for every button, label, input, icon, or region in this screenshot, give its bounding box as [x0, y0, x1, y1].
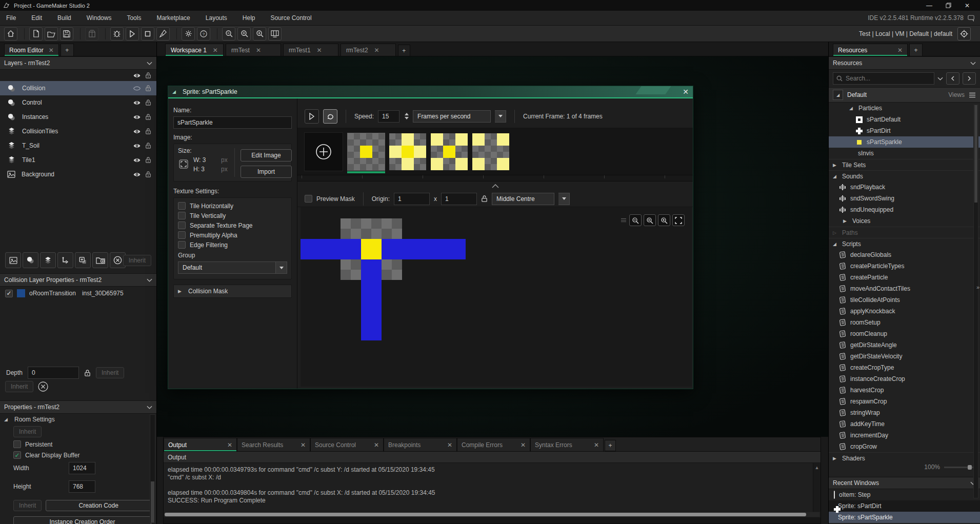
search-next-button[interactable]: [963, 72, 976, 85]
speed-unit-dropdown[interactable]: Frames per second: [413, 110, 491, 123]
target-icon[interactable]: [957, 27, 971, 41]
workspace-tab-rmtest[interactable]: rmTest✕: [226, 44, 281, 56]
triangle-expanded-icon[interactable]: ◢: [849, 106, 855, 111]
lock-icon[interactable]: [145, 99, 151, 106]
open-project-button[interactable]: [45, 27, 58, 41]
resource-getdirstatevelocity[interactable]: getDirStateVelocity: [829, 351, 980, 362]
menu-file[interactable]: File: [5, 13, 17, 23]
restore-button[interactable]: [946, 3, 951, 8]
workspace-tab-rmtest1[interactable]: rmTest1✕: [283, 44, 338, 56]
separate-texture-page-checkbox[interactable]: [178, 221, 186, 229]
resource-sndunequipped[interactable]: sndUnequipped: [829, 204, 980, 215]
frame-timeline-ruler[interactable]: [297, 175, 693, 182]
resource-spartsparkle[interactable]: sPartSparkle: [829, 136, 980, 148]
speed-stepper[interactable]: [405, 113, 409, 119]
collapse-all-icon[interactable]: ◢: [833, 90, 843, 100]
animation-frame-4[interactable]: [472, 133, 509, 170]
resource-scripts[interactable]: ◢Scripts: [829, 238, 980, 249]
add-tab-button[interactable]: +: [909, 44, 923, 56]
menu-windows[interactable]: Windows: [86, 13, 113, 23]
creation-code-button[interactable]: Creation Code: [46, 500, 151, 511]
origin-x-input[interactable]: [394, 193, 430, 205]
eye-icon[interactable]: [133, 157, 141, 163]
tab-close-icon[interactable]: ✕: [374, 441, 379, 449]
sprite-canvas[interactable]: [301, 207, 692, 387]
panel-overflow-chevron-icon[interactable]: »: [976, 284, 979, 290]
clean-button[interactable]: [156, 27, 170, 41]
resource-getdirstateangle[interactable]: getDirStateAngle: [829, 339, 980, 351]
path-layer-button[interactable]: [57, 252, 73, 268]
resource-sounds[interactable]: ◢Sounds: [829, 170, 980, 182]
import-button[interactable]: Import: [241, 166, 292, 178]
collision-instance-row[interactable]: ✓ oRoomTransition inst_30D65975: [0, 287, 156, 299]
output-tab-breakpoints[interactable]: Breakpoints✕: [384, 438, 457, 451]
triangle-collapsed-icon[interactable]: ▶: [843, 218, 849, 224]
package-button[interactable]: [85, 27, 98, 41]
clear-display-buffer-checkbox[interactable]: ✓: [13, 451, 21, 459]
collision-mask-section[interactable]: ▶ Collision Mask: [173, 285, 292, 298]
layer-row-instances[interactable]: Instances: [0, 110, 156, 124]
workspace-tab-workspace-1[interactable]: Workspace 1✕: [165, 44, 224, 56]
recent-window-oitem-step[interactable]: oItem: Step: [829, 489, 980, 500]
eye-icon[interactable]: [133, 114, 141, 120]
hamburger-menu-icon[interactable]: [969, 92, 976, 98]
tab-close-icon[interactable]: ✕: [374, 47, 379, 54]
lock-icon[interactable]: [145, 113, 151, 120]
collision-layer-properties-header[interactable]: Collision Layer Properties - rmTest2: [0, 273, 156, 287]
resource-respawncrop[interactable]: respawnCrop: [829, 396, 980, 407]
dropdown-arrow-icon[interactable]: [276, 261, 287, 274]
layer-row-control[interactable]: Control: [0, 95, 156, 110]
resource-spartdefault[interactable]: sPartDefault: [829, 114, 980, 125]
tile-vertically-checkbox[interactable]: [178, 212, 186, 219]
fit-view-icon[interactable]: [672, 214, 685, 226]
menu-source-control[interactable]: Source Control: [270, 13, 313, 23]
add-output-tab-button[interactable]: +: [605, 440, 616, 451]
zoom-slider[interactable]: [944, 467, 974, 468]
resource-sndplayback[interactable]: sndPlayback: [829, 182, 980, 193]
layers-header[interactable]: Layers - rmTest2: [0, 56, 156, 70]
lock-icon[interactable]: [145, 85, 151, 92]
animation-frame-3[interactable]: [431, 133, 468, 170]
preview-mask-checkbox[interactable]: [305, 195, 312, 203]
resource-particles[interactable]: ◢Particles: [829, 103, 980, 114]
room-settings-inherit-button[interactable]: Inherit: [13, 426, 42, 437]
resource-addkeytime[interactable]: addKeyTime: [829, 418, 980, 430]
clear-inherit-icon[interactable]: [37, 381, 49, 392]
save-project-button[interactable]: [60, 27, 73, 41]
eye-icon[interactable]: [133, 143, 141, 149]
close-button[interactable]: ✕: [965, 2, 970, 9]
lock-icon[interactable]: [145, 156, 151, 164]
tab-close-icon[interactable]: ✕: [49, 47, 54, 54]
depth-inherit-button[interactable]: Inherit: [96, 367, 124, 378]
resources-header[interactable]: Resources: [829, 56, 980, 70]
instance-creation-order-button[interactable]: Instance Creation Order: [13, 516, 151, 524]
collapse-triangle-icon[interactable]: ◢: [172, 89, 178, 94]
recent-window-sprite-spartdirt[interactable]: Sprite: sPartDirt: [829, 500, 980, 512]
lock-icon[interactable]: [145, 142, 151, 149]
tab-close-icon[interactable]: ✕: [594, 441, 599, 449]
inherit-button[interactable]: Inherit: [5, 381, 33, 392]
edge-filtering-checkbox[interactable]: [178, 241, 186, 249]
lock-icon[interactable]: [145, 171, 151, 178]
home-button[interactable]: [4, 27, 17, 41]
lock-open-icon[interactable]: [481, 195, 488, 203]
room-height-input[interactable]: [69, 480, 95, 493]
room-settings-group[interactable]: ◢ Room Settings: [0, 414, 156, 425]
help-button[interactable]: ?: [197, 27, 210, 41]
triangle-collapsed-icon[interactable]: ▷: [833, 230, 839, 235]
depth-input[interactable]: [28, 367, 79, 379]
resource-instancecreatecrop[interactable]: instanceCreateCrop: [829, 373, 980, 385]
zoom-out-icon[interactable]: [629, 214, 642, 226]
resource-shaders[interactable]: ▶Shaders: [829, 452, 980, 463]
output-tab-source-control[interactable]: Source Control✕: [310, 438, 384, 451]
new-folder-button[interactable]: [92, 252, 108, 268]
resource-cropgrow[interactable]: cropGrow: [829, 441, 980, 452]
resources-scrollbar[interactable]: [973, 105, 978, 498]
output-tab-compile-errors[interactable]: Compile Errors✕: [457, 438, 530, 451]
triangle-expanded-icon[interactable]: ◢: [4, 417, 10, 422]
menu-help[interactable]: Help: [242, 13, 256, 23]
layer-row-t_soil[interactable]: T_Soil: [0, 138, 156, 153]
lock-closed-icon[interactable]: [84, 369, 91, 377]
add-workspace-tab-button[interactable]: +: [398, 45, 410, 56]
eye-icon[interactable]: [133, 172, 141, 177]
